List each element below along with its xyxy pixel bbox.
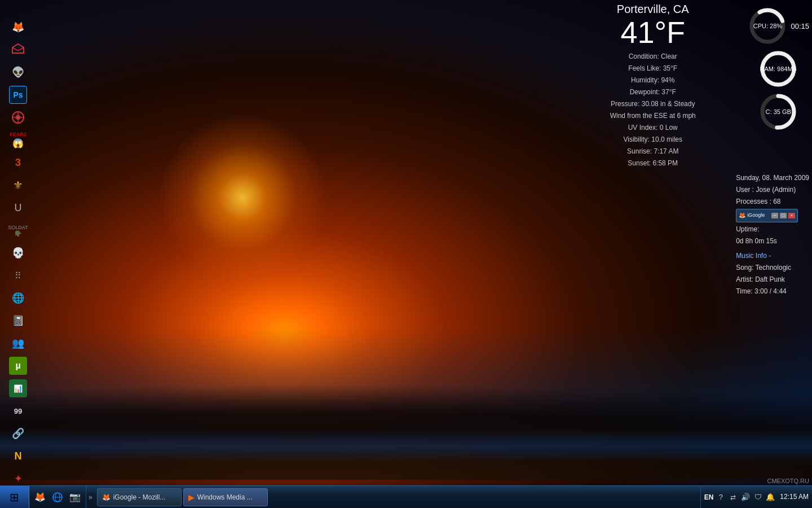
tray-network-icon[interactable]: ⇄ [728,492,738,502]
info-panel: Porterville, CA 41°F Condition: Clear Fe… [567,3,809,297]
gauges-column: CPU: 28% 00:15 RAM: 984MB [747,3,809,132]
dots-icon[interactable]: ⠿ [9,266,27,284]
game3-icon[interactable]: 3 [9,154,27,172]
music-info-label[interactable]: Music Info - [736,250,809,262]
taskbar-media-icon[interactable]: 📷 [67,489,83,505]
processes-label: Processes : [736,198,773,205]
mini-ff-icon: 🦊 [739,211,745,221]
tray-shield-icon[interactable]: 🛡 [753,492,763,502]
clock-display[interactable]: 12:15 AM [778,492,809,502]
photoshop-icon[interactable]: Ps [9,86,27,104]
notebook-icon[interactable]: 📓 [9,312,27,330]
music-song: Song: Technologic [736,262,809,274]
quick-launch: 🦊 📷 [29,486,86,509]
weather-visibility: Visibility: 10.0 miles [567,134,739,146]
ram-gauge-container: RAM: 984MB [758,49,798,89]
user-label: User : [736,186,754,194]
task-igoogle-icon: 🦊 [102,493,111,501]
game-target-icon[interactable] [9,108,27,126]
task-media-label: Windows Media ... [197,493,253,501]
email-icon[interactable] [9,41,27,59]
ram-label: RAM: 984MB [760,65,797,72]
watermark: CMEXOTQ.RU [767,478,809,484]
svg-point-2 [16,115,20,120]
soldier-icon[interactable]: SOLDAT 🪖 [9,221,27,239]
weather-sunset: Sunset: 6:58 PM [567,157,739,169]
cpu-label: CPU: 28% [753,23,782,29]
weather-uv: UV Index: 0 Low [567,122,739,134]
task-windows-media[interactable]: ▶ Windows Media ... [183,488,268,506]
system-tray: EN ? ⇄ 🔊 🛡 🔔 12:15 AM [700,486,812,509]
ram-gauge-wrapper: RAM: 984MB [758,49,798,89]
firefox-icon[interactable]: 🦊 [9,18,27,36]
weather-dewpoint: Dewpoint: 37°F [567,86,739,98]
fear2-icon[interactable]: FEAR2 😱 [9,131,27,149]
taskbar: ⊞ 🦊 📷 » 🦊 iGoogle - Mozill... ▶ Windows … [0,485,812,508]
disk-gauge-wrapper: C: 35 GB [758,91,798,132]
mini-firefox-window[interactable]: 🦊 iGoogle ─ □ × [736,209,798,222]
weather-pressure: Pressure: 30.08 in & Steady [567,98,739,110]
utorrent-icon[interactable]: µ [9,357,27,375]
weather-details: Condition: Clear Feels Like: 35°F Humidi… [567,51,739,169]
weather-widget: Porterville, CA 41°F Condition: Clear Fe… [567,3,739,169]
clock-time: 12:15 AM [780,492,809,502]
users-icon[interactable]: 👥 [9,334,27,352]
system-processes: Processes : 68 [736,196,809,208]
weather-condition: Condition: Clear [567,51,739,63]
taskbar-ie-icon[interactable] [50,489,65,505]
sun-glow [158,113,327,282]
system-details-text: Sunday, 08. March 2009 User : Jose (Admi… [736,172,809,297]
user-value: Jose (Admin) [756,186,796,194]
system-details-row: Sunday, 08. March 2009 User : Jose (Admi… [567,172,809,297]
unreal-icon[interactable]: U [9,199,27,217]
number99-icon[interactable]: 99 [9,402,27,420]
weather-sunrise: Sunrise: 7:17 AM [567,146,739,157]
weather-humidity: Humidity: 94% [567,75,739,86]
task-media-icon: ▶ [188,493,195,502]
excel-icon[interactable]: 📊 [9,379,27,397]
cpu-gauge-wrapper: CPU: 28% [747,6,788,46]
weather-temperature: 41°F [567,17,739,47]
tray-help-icon[interactable]: ? [716,492,726,502]
quicklaunch-expand-arrow[interactable]: » [86,493,95,501]
windows-logo: ⊞ [10,491,19,504]
weather-wind: Wind from the ESE at 6 mph [567,110,739,122]
cpu-gauge-container: CPU: 28% 00:15 [747,6,809,46]
globe-icon[interactable]: 🌐 [9,289,27,307]
svg-text:3: 3 [15,157,21,168]
start-button[interactable]: ⊞ [0,486,29,509]
taskbar-tasks: 🦊 iGoogle - Mozill... ▶ Windows Media ..… [95,488,700,506]
system-uptime-label: Uptime: [736,224,809,235]
weather-feels-like: Feels Like: 35°F [567,63,739,75]
system-uptime: 0d 8h 0m 15s [736,235,809,247]
mini-win-minimize[interactable]: ─ [771,213,778,218]
tray-notification-icon[interactable]: 🔔 [765,492,775,502]
skull-icon[interactable]: 💀 [9,244,27,262]
cpu-timer: 00:15 [791,22,809,30]
norton-icon[interactable]: N [9,447,27,465]
language-en: EN [704,493,714,501]
system-user: User : Jose (Admin) [736,184,809,196]
processes-value: 68 [773,198,780,205]
alien-icon[interactable]: 👽 [9,63,27,81]
music-time: Time: 3:00 / 4:44 [736,286,809,297]
mini-win-maximize[interactable]: □ [780,213,787,218]
system-date: Sunday, 08. March 2009 [736,172,809,184]
taskbar-firefox-icon[interactable]: 🦊 [32,489,48,505]
network-icon[interactable]: 🔗 [9,424,27,443]
music-artist: Artist: Daft Punk [736,274,809,286]
tray-volume-icon[interactable]: 🔊 [740,492,751,502]
disk-gauge-container: C: 35 GB [758,91,798,132]
sidebar: 🦊 👽 Ps FEAR2 😱 3 ⚜ U SOLDAT 🪖 💀 ⠿ 🌐 📓 👥 … [5,17,32,489]
atmosphere-rim [0,429,812,463]
task-igoogle-label: iGoogle - Mozill... [113,493,166,501]
mini-win-close[interactable]: × [788,213,795,218]
task-igoogle[interactable]: 🦊 iGoogle - Mozill... [97,488,182,506]
wings-icon[interactable]: ⚜ [9,176,27,194]
weather-location: Porterville, CA [567,3,739,16]
mini-ff-label: iGoogle [747,211,770,220]
disk-label: C: 35 GB [766,108,791,115]
